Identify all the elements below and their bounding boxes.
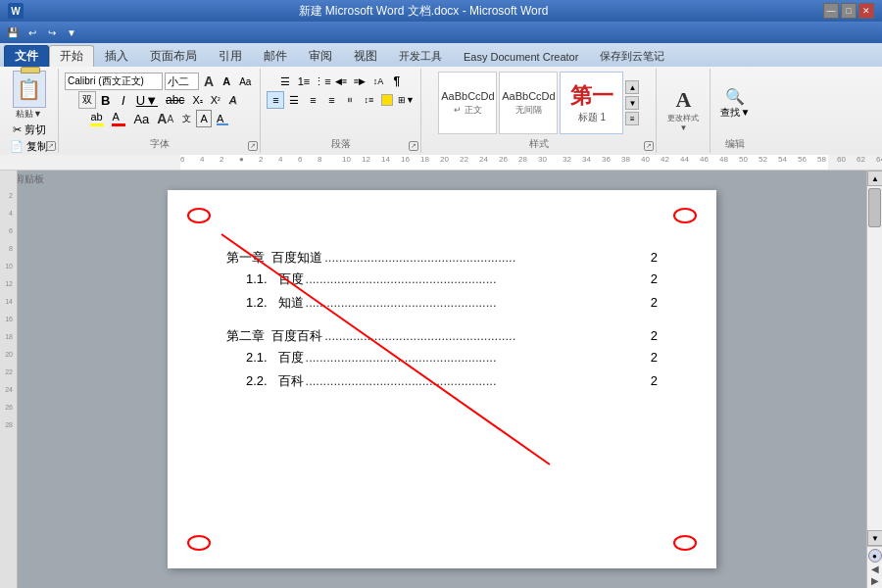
text-effects-button[interactable]: A <box>225 91 241 109</box>
tab-cloud-save[interactable]: 保存到云笔记 <box>589 45 675 67</box>
editing-label: 编辑 <box>716 135 754 151</box>
decrease-font-button[interactable]: A <box>219 73 234 90</box>
paste-button[interactable]: 📋 粘贴▼ <box>13 71 46 121</box>
italic-button[interactable]: I <box>116 91 131 109</box>
sort-button[interactable]: ↕A <box>369 73 387 90</box>
undo-quick-button[interactable]: ↩ <box>24 24 41 41</box>
clipboard-expand[interactable]: ↗ <box>46 141 56 151</box>
style-normal-label: ↵ 正文 <box>454 104 482 117</box>
tab-home[interactable]: 开始 <box>49 45 94 67</box>
tab-easy-doc[interactable]: Easy Document Creator <box>453 45 589 67</box>
copy-button[interactable]: 📄 复制 <box>10 139 48 154</box>
tab-review[interactable]: 审阅 <box>298 45 343 67</box>
tab-file[interactable]: 文件 <box>4 45 49 67</box>
scroll-thumb[interactable] <box>868 188 881 227</box>
tab-view[interactable]: 视图 <box>343 45 388 67</box>
toc-page-1: 2 <box>651 250 658 265</box>
style-heading1-label: 标题 1 <box>578 111 606 124</box>
para-border-button[interactable]: ⊞▼ <box>397 91 415 109</box>
style-heading1[interactable]: 第一 标题 1 <box>560 72 623 134</box>
quick-access-toolbar: 💾 ↩ ↪ ▼ <box>0 22 882 43</box>
font-color-button[interactable]: A <box>109 110 128 127</box>
style-no-spacing-label: 无间隔 <box>515 104 542 117</box>
change-style-label: 更改样式 <box>667 113 699 123</box>
tab-page-layout[interactable]: 页面布局 <box>139 45 208 67</box>
multilevel-button[interactable]: ⋮≡ <box>314 73 331 90</box>
corner-mark-top-left <box>187 208 211 223</box>
toc-page-2: 2 <box>651 328 658 343</box>
document-canvas: 第一章 百度知道 ...............................… <box>18 171 866 588</box>
style-no-spacing[interactable]: AaBbCcDd 无间隔 <box>499 72 558 134</box>
style-normal[interactable]: AaBbCcDd ↵ 正文 <box>438 72 497 134</box>
change-case-button[interactable]: Aa <box>236 73 254 90</box>
toc-page-1-1: 2 <box>651 271 658 286</box>
para-shading-button[interactable] <box>378 91 396 109</box>
align-right-button[interactable]: ≡ <box>304 91 321 109</box>
align-left-button[interactable]: ≡ <box>267 91 284 109</box>
find-button[interactable]: 🔍 查找▼ <box>720 87 750 120</box>
font-size-select[interactable] <box>165 73 199 90</box>
font-expand[interactable]: ↗ <box>248 141 258 151</box>
vertical-scrollbar: ▲ ▼ ● ◀ ▶ <box>866 171 882 588</box>
main-area: 2 4 6 8 10 12 14 16 18 20 22 24 26 28 <box>0 171 882 588</box>
tab-developer[interactable]: 开发工具 <box>388 45 453 67</box>
superscript-button[interactable]: X² <box>208 91 223 109</box>
next-page-button[interactable]: ▶ <box>871 575 879 586</box>
restore-button[interactable]: □ <box>841 3 857 19</box>
special-format-button[interactable]: 双 <box>78 91 96 109</box>
bold-button[interactable]: B <box>98 91 114 109</box>
window-title: 新建 Microsoft Word 文档.docx - Microsoft Wo… <box>24 3 823 20</box>
toc-dots-1-2: ........................................… <box>306 295 649 310</box>
decrease-indent-button[interactable]: ◀≡ <box>332 73 350 90</box>
paragraph-expand[interactable]: ↗ <box>409 141 418 151</box>
document-page[interactable]: 第一章 百度知道 ...............................… <box>168 190 716 568</box>
ruler: 6 4 2 ● 2 4 6 8 10 12 14 16 18 20 22 24 … <box>0 155 882 171</box>
styles-label: 样式 <box>427 135 650 151</box>
line-spacing-button[interactable]: ↕≡ <box>360 91 377 109</box>
phonetic-button[interactable]: 文 <box>178 110 194 127</box>
clear-format-button[interactable]: Aa <box>130 110 152 127</box>
styles-scroll-up[interactable]: ▲ <box>625 80 639 94</box>
border-button[interactable]: A <box>196 110 212 127</box>
justify-button[interactable]: ≡ <box>322 91 340 109</box>
scroll-down-button[interactable]: ▼ <box>867 530 882 546</box>
toc-entry-chapter2: 第二章 百度百科 ...............................… <box>226 327 658 345</box>
styles-expand-button[interactable]: ≡ <box>625 112 639 125</box>
scroll-up-button[interactable]: ▲ <box>867 171 882 186</box>
redo-quick-button[interactable]: ↪ <box>43 24 61 41</box>
tab-insert[interactable]: 插入 <box>94 45 139 67</box>
close-button[interactable]: ✕ <box>858 3 874 19</box>
increase-indent-button[interactable]: ≡▶ <box>351 73 368 90</box>
align-center-button[interactable]: ☰ <box>285 91 303 109</box>
text-highlight-button[interactable]: ab <box>87 110 107 127</box>
select-browse-button[interactable]: ● <box>868 549 882 563</box>
scroll-track[interactable] <box>867 186 882 530</box>
tab-references[interactable]: 引用 <box>208 45 253 67</box>
styles-scroll-down[interactable]: ▼ <box>625 96 639 110</box>
toc-page-2-2: 2 <box>651 373 658 388</box>
vertical-ruler: 2 4 6 8 10 12 14 16 18 20 22 24 26 28 <box>0 171 18 588</box>
show-marks-button[interactable]: ¶ <box>388 73 406 90</box>
numbering-button[interactable]: 1≡ <box>295 73 313 90</box>
toc-entry-2-1: 2.1. 百度 ................................… <box>226 349 658 367</box>
underline-button[interactable]: U▼ <box>133 91 161 109</box>
quick-toolbar-dropdown[interactable]: ▼ <box>63 24 80 41</box>
paragraph-group: ☰ 1≡ ⋮≡ ◀≡ ≡▶ ↕A ¶ ≡ ☰ ≡ ≡ ≡ ↕≡ ⊞▼ 段落 <box>261 69 421 153</box>
tab-mailings[interactable]: 邮件 <box>253 45 298 67</box>
prev-page-button[interactable]: ◀ <box>871 564 879 574</box>
change-style-button[interactable]: A 更改样式 ▼ <box>663 83 703 136</box>
cut-button[interactable]: ✂ 剪切 <box>13 122 46 137</box>
strikethrough-button[interactable]: abc <box>163 91 187 109</box>
shading-button[interactable]: A <box>214 110 231 127</box>
font-name-select[interactable] <box>65 73 163 90</box>
minimize-button[interactable]: — <box>823 3 839 19</box>
styles-group: AaBbCcDd ↵ 正文 AaBbCcDd 无间隔 第一 标题 1 ▲ ▼ ≡… <box>421 69 657 153</box>
toc-title-chapter1: 第一章 百度知道 <box>226 249 322 267</box>
font-size-grow-button[interactable]: AA <box>154 110 176 127</box>
save-quick-button[interactable]: 💾 <box>4 24 22 41</box>
text-direction-button[interactable]: ≡ <box>341 91 359 109</box>
styles-expand[interactable]: ↗ <box>644 141 654 151</box>
increase-font-button[interactable]: A <box>201 73 217 90</box>
subscript-button[interactable]: X₂ <box>189 91 205 109</box>
bullets-button[interactable]: ☰ <box>276 73 294 90</box>
